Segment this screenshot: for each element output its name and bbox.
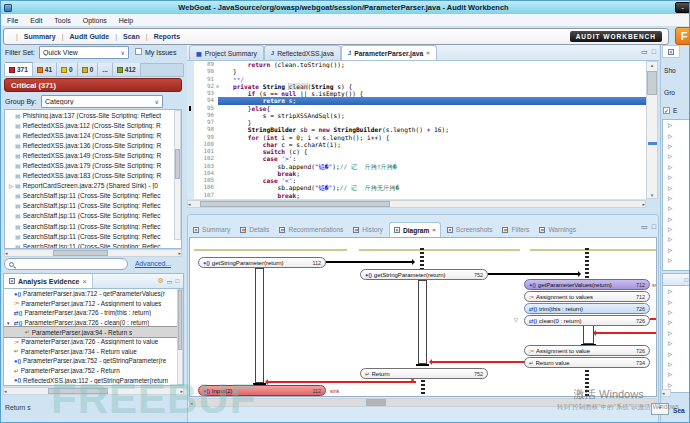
editor-horizontal-scrollbar[interactable]: ◂▸ — [187, 200, 646, 208]
evidence-row[interactable]: ↵ ParameterParser.java:752 - Return — [4, 366, 183, 376]
diagram-node[interactable]: ●()getParameterValues(return)712 — [524, 279, 650, 290]
functions-tree-lower[interactable]: ▷▷▷▷▷▷▷▷▷▷ — [662, 285, 690, 393]
tree-collapsed-icon[interactable]: ▷ — [668, 351, 672, 357]
tree-collapsed-icon[interactable]: ▷ — [668, 195, 672, 201]
detail-tab[interactable]: Details — [236, 222, 273, 237]
diagram-node[interactable]: ⇄()clean(0 : return)726 — [524, 315, 650, 326]
evidence-row[interactable]: ⇄() ParameterParser.java:726 - trim(this… — [4, 308, 183, 318]
maximize-view-icon[interactable]: □ — [652, 223, 656, 231]
tree-collapsed-icon[interactable]: ▷ — [668, 247, 672, 253]
issue-row[interactable]: ▤ ReflectedXSS.java:179 (Cross-Site Scri… — [5, 160, 181, 170]
severity-tab[interactable]: 371 — [5, 62, 33, 76]
detail-tab[interactable]: Screenshots — [443, 222, 497, 237]
diagram-node[interactable]: :=Assignment to values712 — [524, 291, 650, 302]
analysis-evidence-tab[interactable]: Analysis Evidence × — [4, 274, 93, 288]
evidence-row[interactable]: ●() ParameterParser.java:712 - getParame… — [4, 289, 183, 299]
diagram-canvas[interactable]: × × ●()getStringParameter(return)112 ●()… — [189, 237, 657, 397]
diagram-node[interactable]: ●()getStringParameter(return)112 — [198, 257, 326, 268]
tree-collapsed-icon[interactable]: ▷ — [668, 257, 672, 263]
filter-set-dropdown[interactable]: Quick View∨ — [39, 46, 129, 59]
tree-collapsed-icon[interactable]: ▷ — [668, 174, 672, 180]
maximize-view-icon[interactable]: □ — [175, 278, 179, 284]
tree-collapsed-icon[interactable]: ▷ — [668, 216, 672, 222]
tree-collapsed-icon[interactable]: ▷ — [668, 288, 672, 294]
menu-item[interactable]: Edit — [30, 17, 42, 24]
my-issues-checkbox[interactable] — [135, 48, 142, 55]
evidence-row[interactable]: ↵ ParameterParser.java:94 - Return s — [4, 327, 183, 337]
menu-item[interactable]: Tools — [54, 17, 70, 24]
toolbar-link[interactable]: Audit Guide — [56, 33, 110, 40]
evidence-row[interactable]: ▾ ⇄() ParameterParser.java:726 - clean(0… — [4, 318, 183, 328]
tree-collapsed-icon[interactable]: ▷ — [668, 340, 672, 346]
issue-row[interactable]: ▤ ReflectedXSS.java:136 (Cross-Site Scri… — [5, 140, 181, 150]
issue-row[interactable]: ▤ SearchStaff.jsp:11 (Cross-Site Scripti… — [5, 191, 181, 201]
tree-collapsed-icon[interactable]: ▷ — [668, 382, 672, 388]
maximize-view-icon[interactable]: □ — [652, 48, 656, 56]
tree-collapsed-icon[interactable]: ▷ — [668, 309, 672, 315]
severity-tab[interactable]: 412 — [113, 63, 141, 76]
minimize-button[interactable]: - — [675, 2, 690, 13]
advanced-link[interactable]: Advanced... — [135, 260, 171, 267]
issue-search-input[interactable] — [4, 258, 128, 270]
menu-item[interactable]: Options — [83, 17, 107, 24]
evidence-row[interactable]: := ParameterParser.java:712 - Assignment… — [4, 299, 183, 309]
issue-row[interactable]: ▤ ReflectedXSS.java:149 (Cross-Site Scri… — [5, 150, 181, 160]
detail-tab[interactable]: Summary — [189, 222, 234, 237]
evidence-vertical-scrollbar[interactable] — [177, 289, 183, 385]
tree-collapsed-icon[interactable]: ▷ — [668, 153, 672, 159]
detail-tab[interactable]: Filters — [498, 222, 533, 237]
diagram-node[interactable]: ●()getStringParameter(return)752 — [360, 269, 488, 280]
group-by-dropdown[interactable]: Category∨ — [41, 95, 163, 108]
diagram-node[interactable]: ●()Input(2)112 — [198, 385, 326, 396]
editor-tab[interactable]: J ParameterParser.java × — [341, 45, 437, 60]
diagram-node[interactable]: ⇄()trim(this : return)726 — [524, 303, 650, 314]
close-icon[interactable]: × — [426, 50, 430, 56]
tree-collapsed-icon[interactable]: ▷ — [668, 226, 672, 232]
functions-tab[interactable] — [662, 45, 680, 58]
issue-row[interactable]: ▤ ReflectedXSS.java:124 (Cross-Site Scri… — [5, 130, 181, 140]
tree-collapsed-icon[interactable]: ▷ — [668, 299, 672, 305]
tree-collapsed-icon[interactable]: ▷ — [668, 164, 672, 170]
issue-row[interactable]: ▤ SearchStaff.jsp:11 (Cross-Site Scripti… — [5, 201, 181, 211]
evidence-row[interactable]: ●() ReflectedXSS.java:112 - getStringPar… — [4, 375, 183, 385]
diagram-node[interactable]: :=Assignment to value726 — [524, 345, 650, 356]
severity-tab[interactable]: 41 — [33, 63, 57, 76]
evidence-row[interactable]: := ParameterParser.java:726 - Assignment… — [4, 337, 183, 347]
toolbar-link[interactable]: Summary — [10, 33, 56, 40]
critical-banner[interactable]: Critical (371) — [4, 78, 182, 92]
severity-tab[interactable]: 0 — [57, 63, 78, 76]
toolbar-link[interactable]: Scan — [109, 33, 140, 40]
expander-icon[interactable]: ▽ — [514, 317, 518, 323]
evidence-horizontal-scrollbar[interactable]: ◂▸ — [3, 387, 184, 395]
expander-icon[interactable]: ▾ — [7, 320, 12, 326]
evidence-row[interactable]: ●() ParameterParser.java:752 - getString… — [4, 356, 183, 366]
editor-tab[interactable]: J ReflectedXSS.java — [264, 45, 341, 60]
diagram-node[interactable]: ↵Return752 — [360, 368, 488, 379]
menu-item[interactable]: File — [7, 17, 18, 24]
issue-row[interactable]: ▤ SearchStaff.jsp:11 (Cross-Site Scripti… — [5, 231, 181, 241]
evidence-row[interactable]: ↵ ParameterParser.java:734 - Return valu… — [4, 347, 183, 357]
close-icon[interactable]: × — [82, 278, 86, 285]
issue-row[interactable]: ▤ SearchStaff.jsp:11 (Cross-Site Scripti… — [5, 221, 181, 231]
close-icon[interactable]: × — [432, 227, 436, 233]
functions-tree[interactable]: ▷▷▷▷▷▷▷▷▷▷▷▷▷▷ — [662, 119, 690, 271]
minimize-view-icon[interactable]: ▭ — [641, 223, 648, 231]
editor-tab[interactable]: ▦ Project Summary — [189, 45, 264, 60]
severity-tab[interactable]: 0 — [78, 63, 99, 76]
tree-collapsed-icon[interactable]: ▷ — [668, 236, 672, 242]
issue-row[interactable]: ▤ SearchStaff.jsp:11 (Cross-Site Scripti… — [5, 241, 181, 249]
severity-tab[interactable]: ... — [98, 63, 112, 76]
fast-view-button[interactable]: + — [651, 403, 669, 415]
detail-tab[interactable]: Recommendations — [275, 222, 347, 237]
issue-row[interactable]: ▤ ReflectedXSS.java:112 (Cross-Site Scri… — [5, 120, 181, 130]
tree-collapsed-icon[interactable]: ▷ — [668, 143, 672, 149]
issues-horizontal-scrollbar[interactable]: ◂▸ — [4, 249, 182, 257]
menu-item[interactable]: Help — [119, 17, 133, 24]
gear-icon[interactable]: ⚙ — [157, 277, 163, 285]
issue-row[interactable]: ▤ ReflectedXSS.java:183 (Cross-Site Scri… — [5, 171, 181, 181]
editor-vertical-scrollbar[interactable]: ▴ ▾ — [646, 61, 658, 199]
expand-checkbox[interactable]: ✓ — [663, 107, 670, 114]
tree-collapsed-icon[interactable]: ▷ — [668, 371, 672, 377]
tree-collapsed-icon[interactable]: ▷ — [668, 122, 672, 128]
tree-collapsed-icon[interactable]: ▷ — [668, 361, 672, 367]
